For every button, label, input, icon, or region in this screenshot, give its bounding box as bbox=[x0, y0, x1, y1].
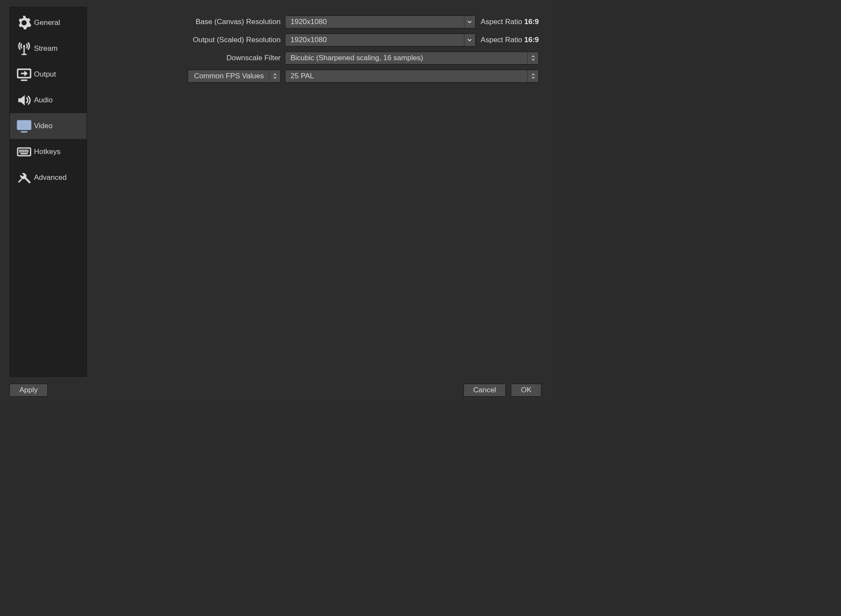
sidebar-item-label: Hotkeys bbox=[34, 148, 60, 156]
monitor-icon bbox=[14, 118, 34, 134]
sidebar-item-audio[interactable]: Audio bbox=[10, 87, 87, 113]
sidebar-item-video[interactable]: Video bbox=[10, 113, 87, 139]
chevron-down-icon[interactable] bbox=[464, 16, 475, 28]
sidebar-item-label: Video bbox=[34, 122, 53, 130]
row-base-resolution: Base (Canvas) Resolution 1920x1080 Aspec… bbox=[87, 15, 539, 28]
sidebar-item-label: Output bbox=[34, 70, 56, 79]
downscale-filter-select[interactable]: Bicubic (Sharpened scaling, 16 samples) bbox=[285, 52, 539, 65]
stepper-icon[interactable] bbox=[527, 52, 538, 64]
label-downscale-filter: Downscale Filter bbox=[87, 54, 285, 62]
sidebar-item-label: Audio bbox=[34, 96, 53, 105]
row-fps: Common FPS Values 25 PAL bbox=[87, 70, 539, 83]
antenna-icon bbox=[14, 41, 34, 56]
sidebar-item-output[interactable]: Output bbox=[10, 62, 87, 87]
chevron-down-icon[interactable] bbox=[464, 34, 475, 46]
output-icon bbox=[14, 67, 34, 82]
combo-value: 1920x1080 bbox=[285, 36, 464, 44]
button-bar: Apply Cancel OK bbox=[0, 377, 551, 403]
sidebar-item-advanced[interactable]: Advanced bbox=[10, 165, 87, 191]
settings-pane-video: Base (Canvas) Resolution 1920x1080 Aspec… bbox=[87, 7, 551, 377]
settings-sidebar: General Stream bbox=[9, 7, 87, 377]
stepper-icon[interactable] bbox=[527, 70, 538, 82]
label-output-resolution: Output (Scaled) Resolution bbox=[87, 36, 285, 44]
row-output-resolution: Output (Scaled) Resolution 1920x1080 Asp… bbox=[87, 34, 539, 46]
svg-rect-2 bbox=[18, 121, 31, 129]
combo-value: 25 PAL bbox=[285, 72, 527, 80]
aspect-ratio-base: Aspect Ratio 16:9 bbox=[476, 18, 539, 26]
ok-button[interactable]: OK bbox=[511, 384, 541, 397]
stepper-icon[interactable] bbox=[269, 70, 280, 82]
sidebar-item-general[interactable]: General bbox=[10, 10, 87, 36]
speaker-icon bbox=[14, 92, 34, 108]
combo-value: 1920x1080 bbox=[285, 18, 464, 26]
cancel-button[interactable]: Cancel bbox=[464, 384, 506, 397]
aspect-ratio-output: Aspect Ratio 16:9 bbox=[476, 36, 539, 44]
keyboard-icon bbox=[14, 144, 34, 160]
sidebar-item-stream[interactable]: Stream bbox=[10, 36, 87, 62]
fps-value-select[interactable]: 25 PAL bbox=[285, 70, 539, 83]
content-area: General Stream bbox=[0, 0, 551, 377]
apply-button[interactable]: Apply bbox=[9, 384, 48, 397]
fps-mode-select[interactable]: Common FPS Values bbox=[188, 70, 281, 83]
combo-value: Common FPS Values bbox=[188, 72, 269, 80]
output-resolution-combo[interactable]: 1920x1080 bbox=[285, 34, 476, 46]
combo-value: Bicubic (Sharpened scaling, 16 samples) bbox=[285, 54, 527, 62]
base-resolution-combo[interactable]: 1920x1080 bbox=[285, 15, 476, 28]
label-base-resolution: Base (Canvas) Resolution bbox=[87, 18, 285, 26]
sidebar-item-label: General bbox=[34, 18, 60, 27]
settings-window: General Stream bbox=[0, 0, 551, 403]
row-downscale-filter: Downscale Filter Bicubic (Sharpened scal… bbox=[87, 52, 539, 65]
tools-icon bbox=[14, 170, 34, 185]
sidebar-item-label: Advanced bbox=[34, 173, 67, 182]
sidebar-item-hotkeys[interactable]: Hotkeys bbox=[10, 139, 87, 165]
gear-icon bbox=[14, 15, 34, 31]
sidebar-item-label: Stream bbox=[34, 44, 58, 53]
